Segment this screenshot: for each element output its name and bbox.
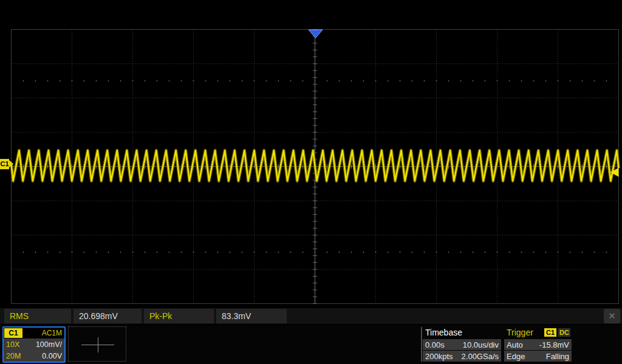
measurement-1-value: 20.698mV [73,309,142,323]
trigger-mode: Auto [507,340,523,349]
close-measurements-button[interactable]: ✕ [604,309,620,323]
waveform-display[interactable] [0,0,622,325]
measurement-1-label[interactable]: RMS [4,309,71,323]
close-icon: ✕ [608,311,616,321]
trigger-type: Edge [507,352,525,361]
timebase-panel[interactable]: Timebase 0.00s 10.0us/div 200kpts 2.00GS… [423,326,501,362]
channel1-coupling: AC1M [42,328,62,338]
trigger-coupling: DC [558,328,570,337]
channel1-bandwidth: 20M [6,352,21,360]
channel1-position-marker[interactable]: C1 [0,159,9,169]
channel1-position-label: C1 [0,160,9,167]
trigger-row-2: Edge Falling [504,351,572,362]
channel1-scale-row: 10X 100mV/ [4,339,64,350]
trigger-position-marker-icon[interactable] [309,30,323,38]
trigger-level: -15.8mV [539,340,569,349]
channel1-probe: 10X [6,340,19,349]
timebase-row-2: 200kpts 2.00GSa/s [423,351,501,362]
channel1-waveform-trace [12,150,619,181]
trigger-source-chip: C1 [544,328,556,337]
timebase-points: 200kpts [425,352,453,361]
trigger-header: Trigger C1 DC [504,326,572,339]
trigger-title: Trigger [504,326,533,339]
trigger-panel[interactable]: Trigger C1 DC Auto -15.8mV Edge Falling [504,326,572,362]
channel1-offset: 0.00V [42,352,62,360]
measurement-2-value: 83.3mV [216,309,287,323]
timebase-row-1: 0.00s 10.0us/div [423,339,501,350]
oscilloscope-screen: C1 RMS 20.698mV Pk-Pk 83.3mV ✕ C1 AC1M 1… [0,0,622,364]
panel-divider [421,327,422,362]
channel1-header-row: C1 AC1M [4,328,64,339]
timebase-sample-rate: 2.00GSa/s [462,352,499,361]
measurement-bar: RMS 20.698mV Pk-Pk 83.3mV ✕ [0,308,622,324]
channel1-offset-row: 20M 0.00V [4,350,64,362]
measurement-2-label[interactable]: Pk-Pk [144,309,214,323]
channel1-name-chip[interactable]: C1 [4,328,22,338]
timebase-scale: 10.0us/div [463,340,499,349]
trigger-row-1: Auto -15.8mV [504,339,572,350]
trigger-source-group: C1 DC [544,328,572,337]
channel1-volts-per-div: 100mV/ [36,340,62,349]
timebase-delay: 0.00s [425,340,445,349]
bottom-status-bar: C1 AC1M 10X 100mV/ 20M 0.00V Timebase 0.… [0,325,622,364]
channel1-info-box[interactable]: C1 AC1M 10X 100mV/ 20M 0.00V [2,326,66,363]
add-trace-button[interactable] [68,326,126,362]
trigger-slope: Falling [546,352,569,361]
plus-icon [98,337,98,352]
timebase-title: Timebase [423,326,501,339]
